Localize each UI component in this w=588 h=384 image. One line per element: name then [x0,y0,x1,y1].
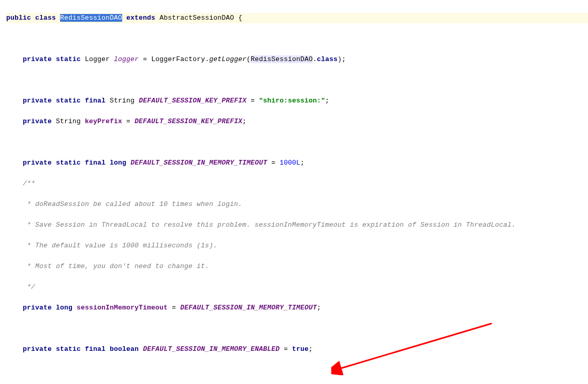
keyword-private: private [23,55,52,63]
number: 1000L [280,159,300,167]
comment: * The default value is 1000 milliseconds… [23,242,217,249]
type: Logger [85,55,110,63]
keyword-class: class [35,14,56,22]
field-ref: DEFAULT_SESSION_IN_MEMORY_TIMEOUT [180,304,317,312]
keyword-static: static [56,159,81,167]
type: String [56,117,81,125]
semi: ; [308,345,313,353]
superclass-name: AbstractSessionDAO [159,14,234,22]
semi: ; [342,55,346,63]
field: DEFAULT_SESSION_IN_MEMORY_ENABLED [143,345,280,353]
code-line[interactable] [6,75,588,85]
code-line[interactable] [6,365,588,375]
code-line[interactable]: * Most of time, you don't need to change… [6,261,588,272]
eq: = [139,55,151,63]
code-line[interactable]: * The default value is 1000 milliseconds… [6,241,588,251]
keyword-class-lit: class [317,55,337,63]
type-boolean: boolean [110,345,139,353]
keyword-final: final [85,97,106,105]
brace: { [238,14,242,22]
eq: = [246,97,259,105]
comment: * doReadSession be called about 10 times… [23,200,242,208]
class-ref: RedisSessionDAO [251,55,313,63]
code-editor[interactable]: public class RedisSessionDAO extends Abs… [0,0,588,384]
code-line[interactable]: * Save Session in ThreadLocal to resolve… [6,220,588,230]
type: String [110,97,135,105]
comment: */ [23,283,35,291]
type-long: long [56,304,72,312]
field-ref: DEFAULT_SESSION_KEY_PREFIX [135,117,242,125]
code-line[interactable]: private static Logger logger = LoggerFac… [6,54,588,65]
code-line[interactable]: private long sessionInMemoryTimeout = DE… [6,303,588,313]
keyword-extends: extends [126,14,155,22]
code-line[interactable] [6,323,588,334]
comment: /** [23,180,35,187]
code-line[interactable]: private static final String DEFAULT_SESS… [6,96,588,106]
comment: * Save Session in ThreadLocal to resolve… [23,221,516,229]
expr: LoggerFactory. [151,55,209,63]
code-line[interactable]: private static final boolean DEFAULT_SES… [6,344,588,355]
semi: ; [325,97,329,105]
keyword-private: private [23,304,52,312]
code-line[interactable]: public class RedisSessionDAO extends Abs… [6,13,588,23]
code-line[interactable]: /** [6,179,588,189]
code-line[interactable]: private static final long DEFAULT_SESSIO… [6,158,588,168]
keyword-public: public [6,14,31,22]
semi: ; [242,117,246,125]
keyword-static: static [56,97,81,105]
code-line[interactable]: * doReadSession be called about 10 times… [6,199,588,210]
field: sessionInMemoryTimeout [77,304,168,312]
field: DEFAULT_SESSION_IN_MEMORY_TIMEOUT [130,159,267,167]
keyword-static: static [56,345,81,353]
eq: = [267,159,280,167]
type-long: long [110,159,126,167]
code-line[interactable]: private String keyPrefix = DEFAULT_SESSI… [6,116,588,127]
semi: ; [317,304,321,312]
keyword-private: private [23,159,52,167]
eq: = [168,304,180,312]
keyword-static: static [56,55,81,63]
comment: * Most of time, you don't need to change… [23,262,209,270]
keyword-private: private [23,97,52,105]
keyword-final: final [85,159,106,167]
keyword-private: private [23,117,52,125]
code-line[interactable] [6,137,588,147]
semi: ; [300,159,304,167]
field-logger: logger [114,55,139,63]
code-line[interactable]: */ [6,282,588,292]
eq: = [280,345,292,353]
string-literal: "shiro:session:" [259,97,325,105]
keyword-private: private [23,345,52,353]
keyword-true: true [292,345,308,353]
eq: = [122,117,135,125]
method-call: getLogger [209,55,246,63]
field: keyPrefix [85,117,122,125]
code-line[interactable] [6,34,588,44]
selected-class-name[interactable]: RedisSessionDAO [60,14,122,22]
keyword-final: final [85,345,106,353]
field: DEFAULT_SESSION_KEY_PREFIX [139,97,246,105]
paren: ( [246,55,251,63]
